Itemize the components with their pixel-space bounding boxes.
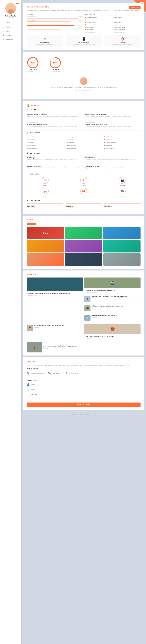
skill-label-4: 60% (27, 27, 82, 28)
message-textarea[interactable] (31, 393, 141, 400)
story-thumb-0: ✈ (84, 296, 90, 302)
footer: © 2020 Resume Template. All Rights Reser… (21, 412, 146, 418)
service-desc-product: Awesome designs for your company (28, 44, 62, 45)
award-desc-1: A cursus ornare ante adipiscing adipisci… (85, 116, 141, 118)
edu-desc-1: Expreno porco to be truc lorem posteque … (85, 158, 141, 160)
stories-heading: STORIES (27, 274, 141, 275)
sidebar-item-resume[interactable]: ≡ RESUME (0, 25, 21, 29)
story-list-item-3[interactable]: ❄ It's the most livable place! Life at t… (27, 324, 83, 332)
weekend-mode-toggle[interactable] (140, 2, 144, 4)
sidebar-item-home[interactable]: ⌂ HOME (0, 21, 21, 25)
work-item-8[interactable] (103, 254, 141, 266)
awards-grid: Best Designer In dignissim risus sit ame… (27, 112, 141, 129)
edu-date-1: 2001 - 2005 (85, 156, 141, 157)
sidebar-badge (15, 3, 18, 4)
exp-item: seo combination (85, 24, 112, 26)
exp-desc-0: Sunt in culpa qui officia deserunt molli… (27, 209, 63, 211)
work-tab-photos[interactable]: PHOTOS (54, 223, 63, 225)
lang-label-english: EXPERIENCE (28, 71, 38, 72)
expertise-item: photography (104, 144, 141, 146)
work-item-3[interactable] (27, 240, 64, 252)
award-title-0: In dignissim risus sit amet arcu (27, 114, 82, 116)
story-thumb-1: 🏙 (84, 305, 90, 312)
sidebar-item-work[interactable]: ◫ WORK (0, 29, 21, 33)
work-item-5[interactable] (103, 240, 141, 252)
story-featured-1[interactable]: 🚢 Cruise ships torn apart after coronavi… (84, 278, 141, 294)
name-input[interactable] (31, 383, 141, 386)
story-list-item-2[interactable]: 👕 Kasperciak's Nike jersey sells out qui… (84, 314, 141, 322)
story-card-lakers[interactable]: 🏀 How much respect does Lakers' Vibe des… (84, 324, 141, 340)
expertise-heading: 💡 EXPERTISE (27, 132, 141, 134)
story-list-title-3: It's the most livable place! Life at the… (34, 325, 83, 327)
lang-english: 99% ENGLISH EXPERIENCE (27, 57, 39, 72)
email-input[interactable] (31, 388, 141, 391)
interest-label-travel: Travel (82, 184, 85, 186)
work-item-2[interactable] (103, 227, 141, 239)
main-content: HELLO AND WELCOME Lorem ipsum dolor sit … (21, 0, 146, 644)
interests-grid: 📖 Reading ✈ Travel 📷 Photography 🚲 Cycli… (27, 177, 141, 197)
exp-title-0: Unemployed (27, 206, 63, 207)
story-list-item-1[interactable]: 🏙 Why does Hong Kong wrap its towers in … (84, 304, 141, 313)
form-name-row: 👤 (27, 383, 141, 388)
work-tab-all[interactable]: ADD ALL (27, 223, 36, 225)
sidebar-nav: ⌂ HOME ≡ RESUME ◫ WORK ◉ STORIES ✉ CONTA… (0, 21, 21, 42)
sidebar: Graham Walker A designer ⌂ HOME ≡ RESUME… (0, 0, 21, 644)
skill-bar-photoshop (27, 22, 70, 22)
lang-divider: | (44, 62, 45, 67)
exp-item: photography (85, 29, 112, 31)
name-group: 👤 (27, 383, 141, 386)
quote-text: I work with, incredible, organized, easy… (30, 86, 138, 89)
nav-label-stories: STORIES (6, 35, 13, 36)
story-paris[interactable]: 🗼 Unforgettable images of Paris going th… (27, 342, 141, 352)
story-thumb-3: ❄ (27, 325, 33, 331)
send-button[interactable]: SEND MESSAGE (27, 402, 141, 407)
work-tab-branding[interactable]: BRANDING (36, 223, 47, 225)
divider (27, 377, 141, 377)
exp-item: ui/ux layout (114, 19, 141, 21)
edu-desc-0: In dignissim risus sit amet arcu placera… (27, 158, 82, 160)
expertise-item: audio video editing (104, 142, 141, 144)
work-tab-websites[interactable]: WEBSITES (63, 223, 73, 225)
work-tabs: ADD ALL BRANDING PRINT PHOTOS WEBSITES (27, 223, 141, 225)
edu-item-0: 2001 - 2005 Best Designer In dignissim r… (27, 156, 82, 160)
work-item-6[interactable] (27, 254, 64, 266)
download-button[interactable]: DOWNLOAD (129, 6, 141, 9)
edu-date-2: 2001 - 2005 (27, 164, 82, 166)
exp-company-2: Lunar ipsum (104, 207, 141, 208)
work-item-1[interactable] (65, 227, 102, 239)
exp-title-2: Lunar ipsum (104, 206, 141, 207)
expertise-item: social media (104, 136, 141, 138)
skill-label-photoshop: PHOTOSHOP 78% (27, 20, 82, 21)
exp-item: 3D animation (85, 26, 112, 28)
interest-gaming: 🎮 Gaming (104, 188, 141, 197)
lang-circle-french: 80% (49, 57, 61, 69)
award-desc-2: Suscipit tortor id aliquet lacinia excep… (27, 125, 82, 127)
story-list-item-0[interactable]: ✈ Why this space age airplane could chan… (84, 295, 141, 304)
skill-bar-4 (27, 29, 60, 30)
work-item-0[interactable]: Lick (27, 227, 64, 239)
story-featured-0[interactable]: 🏝️ Scotland's jungle islands are dealing… (27, 278, 83, 322)
sidebar-item-stories[interactable]: ◉ STORIES (0, 34, 21, 38)
email-icon: 🏠 (27, 372, 30, 374)
interest-label-cycling: Cycling (43, 196, 47, 197)
expertise-item: 3D animation (66, 142, 102, 144)
work-tab-print[interactable]: PRINT (47, 223, 54, 225)
awards-icon: 🏅 (27, 109, 29, 110)
edu-date-0: 2001 - 2005 (27, 156, 82, 157)
sidebar-item-contact[interactable]: ✉ CONTACT (0, 38, 21, 42)
nav-label-resume: RESUME (6, 26, 13, 28)
travel-icon: ✈ (80, 177, 87, 184)
experience-heading: 💼 EXPERIENCE (27, 200, 141, 201)
work-item-4[interactable] (65, 240, 102, 252)
story-list-meta-0: 3 min read (92, 298, 141, 299)
service-desc-app: Web & mobile apps customized for your ne… (67, 44, 101, 45)
exp-item: digital painting (85, 19, 112, 21)
work-item-7[interactable] (65, 254, 102, 266)
story-img-lakers: 🏀 (84, 324, 141, 334)
lang-french: 80% FRENCH EXPERIENCE (49, 57, 61, 72)
expertise-item: ui/ux layout (27, 142, 63, 144)
award-item-2: Creative Poster Award Suscipit tortor id… (27, 122, 82, 127)
message-group: ✎ (27, 393, 141, 400)
languages-row: 99% ENGLISH EXPERIENCE | 80% FRE (27, 57, 141, 72)
stories-right-col: 🚢 Cruise ships torn apart after coronavi… (84, 278, 141, 322)
